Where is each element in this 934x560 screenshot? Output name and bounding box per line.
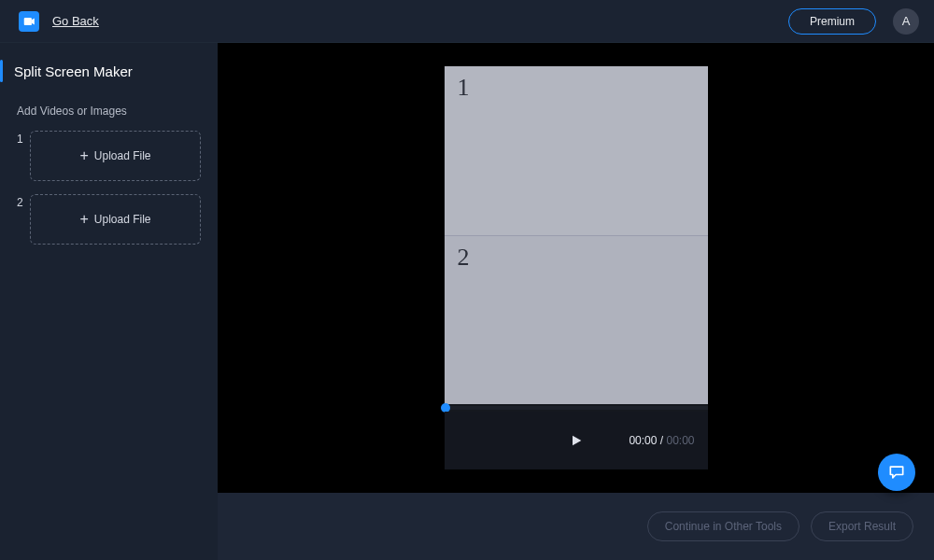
split-canvas: 1 2 [445,66,708,404]
player-controls: 00:00 / 00:00 [445,412,708,469]
continue-other-tools-button[interactable]: Continue in Other Tools [647,511,800,541]
export-result-button[interactable]: Export Result [811,511,913,541]
time-duration: 00:00 [666,434,694,447]
time-separator: / [657,434,666,447]
upload-file-button-1[interactable]: + Upload File [30,131,201,181]
svg-rect-0 [24,17,32,24]
upload-label: Upload File [94,213,151,226]
footer: Continue in Other Tools Export Result [218,493,934,560]
split-pane-2[interactable]: 2 [445,236,708,405]
upload-file-button-2[interactable]: + Upload File [30,194,201,245]
time-current: 00:00 [629,434,657,447]
upload-slot-2: 2 + Upload File [17,194,201,245]
top-bar: Go Back Premium A [0,0,934,43]
avatar[interactable]: A [893,8,919,35]
chat-icon [887,463,906,482]
main-area: 1 2 00:00 [218,43,934,560]
slot-number: 2 [17,194,30,209]
play-button[interactable] [569,433,584,448]
pane-label: 1 [458,74,470,102]
video-player: 1 2 00:00 [445,66,708,469]
upload-slot-1: 1 + Upload File [17,131,201,181]
split-pane-1[interactable]: 1 [445,66,708,236]
preview-area: 1 2 00:00 [218,43,934,493]
body: Split Screen Maker Add Videos or Images … [0,43,934,560]
app-logo-icon[interactable] [19,11,39,32]
pane-label: 2 [458,244,470,272]
sidebar-subtitle: Add Videos or Images [17,105,201,118]
slot-number: 1 [17,131,30,146]
play-icon [569,433,584,448]
help-chat-button[interactable] [878,454,915,491]
plus-icon: + [79,148,88,163]
go-back-link[interactable]: Go Back [52,14,99,28]
plus-icon: + [79,212,88,227]
page-title: Split Screen Maker [14,63,133,79]
sidebar-title-wrap: Split Screen Maker [0,60,201,82]
premium-button[interactable]: Premium [788,8,876,35]
upload-label: Upload File [94,149,151,162]
accent-bar [0,60,3,82]
app-root: Go Back Premium A Split Screen Maker Add… [0,0,934,560]
sidebar: Split Screen Maker Add Videos or Images … [0,43,218,560]
scrub-track [445,406,708,410]
time-display: 00:00 / 00:00 [629,434,694,447]
scrub-bar[interactable] [445,404,708,412]
